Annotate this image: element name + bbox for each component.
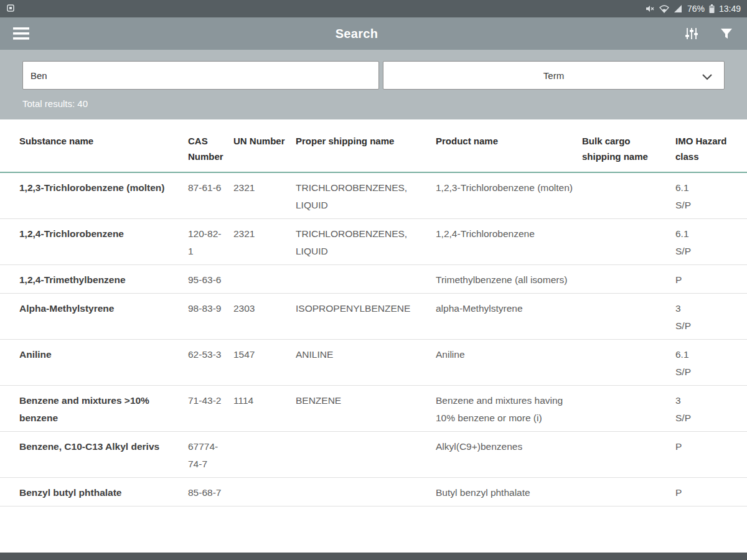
volume-muted-icon [646, 4, 655, 13]
status-bar: 76% 13:49 [0, 0, 747, 17]
cell-imo: 3 S/P [675, 392, 747, 427]
tune-sliders-icon[interactable] [680, 22, 703, 45]
header-substance-name: Substance name [19, 133, 188, 164]
header-bulk-cargo-shipping-name: Bulk cargo shipping name [582, 133, 675, 164]
page-title: Search [34, 27, 680, 41]
search-input[interactable] [22, 61, 379, 90]
notification-icon [6, 4, 15, 14]
cell-proper: ANILINE [296, 346, 436, 363]
app-bar: Search [0, 17, 747, 50]
table-body: 1,2,3-Trichlorobenzene (molten)87-61-623… [0, 173, 747, 506]
table-header-row: Substance name CAS Number UN Number Prop… [0, 119, 747, 173]
search-type-dropdown[interactable]: Term [383, 61, 725, 90]
table-row[interactable]: Benzene and mixtures >10% benzene71-43-2… [0, 386, 747, 432]
cell-imo: 3 S/P [675, 300, 747, 335]
clock: 13:49 [719, 4, 741, 14]
cell-substance: 1,2,3-Trichlorobenzene (molten) [19, 179, 188, 197]
battery-percent: 76% [687, 4, 705, 14]
cell-cas: 62-53-3 [188, 346, 233, 363]
cell-proper: TRICHLOROBENZENES, LIQUID [296, 179, 436, 214]
cell-proper: TRICHLOROBENZENES, LIQUID [296, 225, 436, 260]
cell-cas: 87-61-6 [188, 179, 233, 197]
cell-product: alpha-Methylstyrene [436, 300, 582, 317]
cell-substance: Benzene, C10-C13 Alkyl derivs [19, 438, 188, 455]
cell-cas: 71-43-2 [188, 392, 233, 409]
cell-un: 2303 [233, 300, 296, 317]
cell-proper: ISOPROPENYLBENZENE [296, 300, 436, 317]
cell-imo: P [675, 438, 747, 455]
cell-substance: Benzyl butyl phthalate [19, 484, 188, 502]
cell-un: 1114 [233, 392, 296, 409]
cell-product: Aniline [436, 346, 582, 363]
cell-product: 1,2,4-Trichlorobenzene [436, 225, 582, 243]
cell-imo: P [675, 484, 747, 502]
cell-product: 1,2,3-Trichlorobenzene (molten) [436, 179, 582, 197]
header-cas-number: CAS Number [188, 133, 233, 164]
cell-imo: 6.1 S/P [675, 225, 747, 260]
cell-proper: BENZENE [296, 392, 436, 409]
cell-substance: Alpha-Methylstyrene [19, 300, 188, 317]
cell-product: Benzene and mixtures having 10% benzene … [436, 392, 582, 427]
total-results-label: Total results: 40 [22, 98, 725, 109]
cell-un: 2321 [233, 179, 296, 197]
battery-icon [709, 4, 715, 14]
cell-cas: 120-82-1 [188, 225, 233, 260]
table-row[interactable]: 1,2,4-Trimethylbenzene95-63-6Trimethylbe… [0, 265, 747, 294]
cell-product: Alkyl(C9+)benzenes [436, 438, 582, 455]
wifi-icon [659, 5, 669, 13]
cell-substance: Benzene and mixtures >10% benzene [19, 392, 188, 427]
chevron-down-icon [702, 72, 713, 82]
table-row[interactable]: Benzene, C10-C13 Alkyl derivs67774-74-7A… [0, 432, 747, 478]
cell-substance: 1,2,4-Trichlorobenzene [19, 225, 188, 243]
cell-product: Trimethylbenzene (all isomers) [436, 271, 582, 289]
cell-imo: P [675, 271, 747, 289]
cell-cas: 95-63-6 [188, 271, 233, 289]
cell-cas: 67774-74-7 [188, 438, 233, 473]
table-row[interactable]: 1,2,3-Trichlorobenzene (molten)87-61-623… [0, 173, 747, 219]
filter-funnel-icon[interactable] [715, 22, 738, 45]
cell-imo: 6.1 S/P [675, 346, 747, 381]
cell-cas: 85-68-7 [188, 484, 233, 502]
header-imo-hazard-class: IMO Hazard class [675, 133, 747, 164]
header-un-number: UN Number [233, 133, 296, 164]
cell-imo: 6.1 S/P [675, 179, 747, 214]
table-row[interactable]: 1,2,4-Trichlorobenzene120-82-12321TRICHL… [0, 219, 747, 265]
search-panel: Term Total results: 40 [0, 50, 747, 119]
navigation-bar [0, 553, 747, 560]
table-row[interactable]: Benzyl butyl phthalate85-68-7Butyl benzy… [0, 478, 747, 506]
dropdown-selected-value: Term [543, 70, 564, 81]
cell-cas: 98-83-9 [188, 300, 233, 317]
cell-un: 2321 [233, 225, 296, 243]
header-proper-shipping-name: Proper shipping name [296, 133, 436, 164]
table-row[interactable]: Aniline62-53-31547ANILINEAniline6.1 S/P [0, 340, 747, 386]
cell-substance: Aniline [19, 346, 188, 363]
hamburger-menu-icon[interactable] [9, 21, 34, 46]
results-table: Substance name CAS Number UN Number Prop… [0, 119, 747, 506]
table-row[interactable]: Alpha-Methylstyrene98-83-92303ISOPROPENY… [0, 294, 747, 340]
header-product-name: Product name [436, 133, 582, 164]
cell-un: 1547 [233, 346, 296, 363]
cellular-signal-icon [674, 5, 683, 13]
cell-substance: 1,2,4-Trimethylbenzene [19, 271, 188, 289]
cell-product: Butyl benzyl phthalate [436, 484, 582, 502]
